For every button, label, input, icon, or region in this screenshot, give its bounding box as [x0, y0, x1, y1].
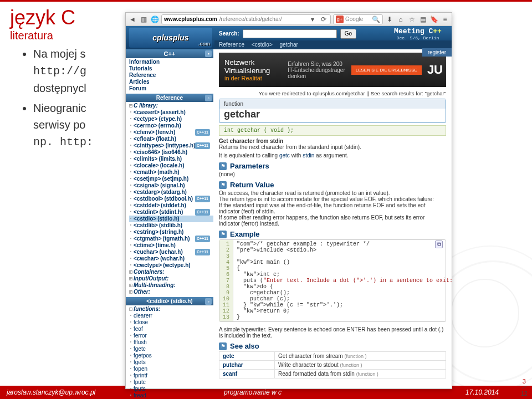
ref-group[interactable]: ⊞ Input/Output: [129, 275, 213, 282]
tag-icon[interactable]: 🔖 [429, 15, 438, 24]
func-item[interactable]: ·fputc [129, 379, 213, 386]
list-icon[interactable]: ▤ [418, 15, 427, 24]
ref-item[interactable]: ·<cmath> (math.h) [129, 169, 213, 176]
ref-item[interactable]: ·<cfenv> (fenv.h)C++11 [129, 129, 213, 136]
nav-item[interactable]: Tutorials [129, 65, 213, 72]
parameters-body: (none) [219, 171, 446, 177]
ref-item[interactable]: ·<cerrno> (errno.h) [129, 122, 213, 129]
bookmark-icon[interactable]: ☆ [407, 15, 416, 24]
nav-item[interactable]: Information [129, 59, 213, 65]
func-item[interactable]: ·ferror [129, 332, 213, 339]
section-return: Return Value [230, 181, 274, 189]
section-icon: ⚑ [219, 162, 227, 170]
ref-item[interactable]: ·<csignal> (signal.h) [129, 182, 213, 189]
ad-cta-button[interactable]: LESEN SIE DIE ERGEBNISSE [351, 65, 422, 75]
func-item[interactable]: ·fgets [129, 359, 213, 366]
seealso-link[interactable]: scanf [219, 370, 275, 378]
collapse-icon[interactable]: ▫ [205, 95, 212, 101]
ref-item[interactable]: ·<climits> (limits.h) [129, 156, 213, 162]
ref-group[interactable]: ⊞ Multi-threading: [129, 282, 213, 289]
register-link[interactable]: register [422, 48, 452, 57]
section-example: Example [230, 230, 259, 238]
desc-line2: It is equivalent to calling getc with st… [219, 152, 446, 158]
nav-top-list: Information Tutorials Reference Articles… [126, 58, 213, 94]
sidebar: C++▪ Information Tutorials Reference Art… [126, 49, 213, 388]
func-item[interactable]: ·fread [129, 392, 213, 399]
nav-item[interactable]: Articles [129, 79, 213, 85]
nav-item[interactable]: Reference [129, 72, 213, 79]
nav-item[interactable]: Forum [129, 85, 213, 92]
ad-banner[interactable]: Netzwerk Virtualisierung in der Realität… [219, 53, 446, 87]
function-header-block: function getchar [219, 99, 446, 123]
ref-item[interactable]: ·<cstdio> (stdio.h) [129, 216, 213, 222]
meeting-cpp-ad[interactable]: Meeting C++ Dec. 5/6, Berlin [387, 27, 448, 40]
cstdio-func-list: ⊟ functions: ·clearerr·fclose·feof·ferro… [126, 305, 213, 399]
desc-line1: Returns the next character from the stan… [219, 144, 446, 150]
search-engine-box[interactable]: g+ Google 🔍 [333, 14, 383, 24]
ref-group[interactable]: ⊞ Other: [129, 289, 213, 295]
go-button[interactable]: Go [340, 29, 356, 39]
reload-icon[interactable]: ⟳ [319, 15, 328, 24]
code-copy-icon[interactable]: ⧉ [435, 241, 443, 248]
ref-item[interactable]: ·<cwchar> (wchar.h) [129, 255, 213, 262]
main-content: Netzwerk Virtualisierung in der Realität… [213, 49, 452, 388]
func-item[interactable]: ·clearerr [129, 313, 213, 319]
func-item[interactable]: ·fgetpos [129, 352, 213, 359]
home-icon[interactable]: ⌂ [396, 15, 405, 24]
crumb-3[interactable]: getchar [280, 42, 298, 48]
redirect-notice: You were redirected to cplusplus.com/get… [219, 90, 446, 96]
code-block: 1 2 3 4 5 6 7 8 9 10 11 12 13 "com">/* g… [219, 239, 446, 322]
seealso-link[interactable]: putchar [219, 361, 275, 370]
func-item[interactable]: ·feof [129, 326, 213, 332]
ref-item[interactable]: ·<cassert> (assert.h) [129, 109, 213, 116]
ref-item[interactable]: ·<cuchar> (uchar.h)C++11 [129, 249, 213, 255]
section-parameters: Parameters [230, 162, 269, 170]
crumb-1[interactable]: Reference [219, 42, 244, 48]
ref-item[interactable]: ·<cwctype> (wctype.h) [129, 262, 213, 269]
collapse-icon[interactable]: ▫ [205, 298, 212, 305]
ref-item[interactable]: ·<cinttypes> (inttypes.h)C++11 [129, 142, 213, 149]
nav-head-cstdio: <cstdio> (stdio.h)▫ [126, 297, 213, 305]
site-logo[interactable]: cplusplus.com [126, 28, 214, 48]
nav-head-cpp: C++▪ [126, 49, 213, 58]
download-icon[interactable]: ⬇ [385, 15, 394, 24]
seealso-row: putcharWrite character to stdout (functi… [219, 361, 446, 370]
ref-item[interactable]: ·<cstdbool> (stdbool.h)C++11 [129, 196, 213, 202]
ref-item[interactable]: ·<cstdlib> (stdlib.h) [129, 222, 213, 229]
search-icon[interactable]: 🔍 [371, 15, 380, 24]
link-stdin[interactable]: stdin [303, 152, 314, 158]
back-icon[interactable]: ◄ [128, 15, 137, 24]
site-search-input[interactable] [243, 29, 337, 38]
func-item[interactable]: ·fprintf [129, 372, 213, 379]
ref-group[interactable]: ⊞ Containers: [129, 269, 213, 275]
ref-item[interactable]: ·<clocale> (locale.h) [129, 162, 213, 169]
ref-item[interactable]: ·<cstddef> (stddef.h) [129, 202, 213, 209]
ref-item[interactable]: ·<cstdint> (stdint.h)C++11 [129, 209, 213, 216]
ref-item[interactable]: ·<ciso646> (iso646.h) [129, 149, 213, 156]
seealso-link[interactable]: getc [219, 352, 275, 361]
ref-item[interactable]: ·<ctime> (time.h) [129, 242, 213, 249]
desc-title: Get character from stdin [219, 138, 446, 144]
ref-item[interactable]: ·<csetjmp> (setjmp.h) [129, 176, 213, 182]
url-input[interactable]: www.cplusplus.com/reference/cstdio/getch… [161, 14, 331, 24]
link-getc[interactable]: getc [279, 152, 290, 158]
example-note: A simple typewriter. Every sentence is e… [219, 326, 446, 339]
globe-icon: 🌐 [150, 15, 159, 24]
func-item[interactable]: ·fclose [129, 319, 213, 326]
address-bar: ◄ ▥ 🌐 www.cplusplus.com/reference/cstdio… [126, 13, 452, 26]
func-item[interactable]: ·fputs [129, 386, 213, 392]
section-icon: ⚑ [219, 342, 227, 350]
func-item[interactable]: ·fgetc [129, 346, 213, 352]
ref-item[interactable]: ·<cstdarg> (stdarg.h) [129, 189, 213, 196]
ref-item[interactable]: ·<ctgmath> (tgmath.h)C++11 [129, 236, 213, 242]
function-signature: int getchar ( void ); [219, 125, 446, 136]
crumb-2[interactable]: <cstdio> [252, 42, 273, 48]
collapse-icon[interactable]: ▪ [205, 50, 212, 57]
func-item[interactable]: ·fflush [129, 339, 213, 346]
menu-icon[interactable]: ≡ [441, 15, 449, 24]
func-item[interactable]: ·fopen [129, 366, 213, 372]
ref-item[interactable]: ·<cstring> (string.h) [129, 229, 213, 236]
ref-item[interactable]: ·<cctype> (ctype.h) [129, 116, 213, 122]
dropdown-icon[interactable]: ▾ [308, 15, 317, 24]
ref-item[interactable]: ·<cfloat> (float.h) [129, 136, 213, 142]
